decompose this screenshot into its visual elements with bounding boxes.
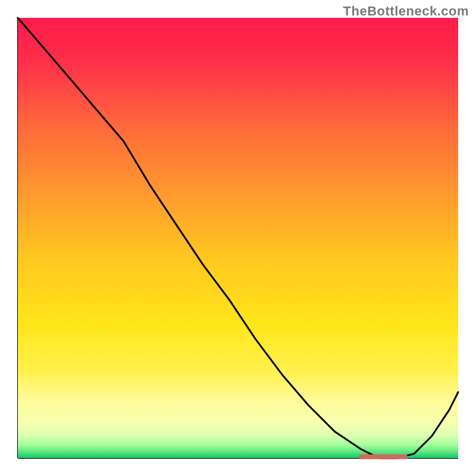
plot-area	[18, 18, 458, 458]
bottleneck-chart	[0, 0, 476, 476]
chart-container: TheBottleneck.com	[0, 0, 476, 476]
attribution-text: TheBottleneck.com	[343, 4, 469, 19]
